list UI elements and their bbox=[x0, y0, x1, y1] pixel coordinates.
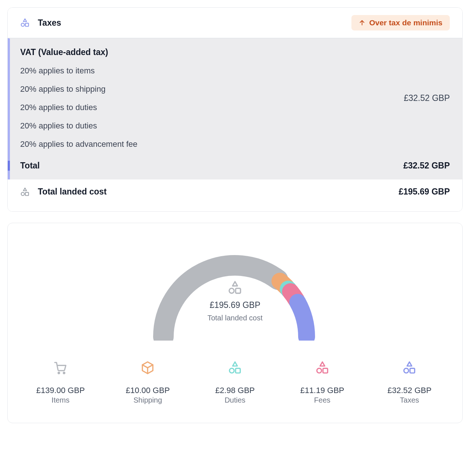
taxes-card: Taxes Over tax de minimis VAT (Value-add… bbox=[7, 7, 463, 212]
svg-point-0 bbox=[21, 23, 25, 26]
legend-value: £32.52 GBP bbox=[387, 386, 431, 395]
chart-card: £195.69 GBP Total landed cost £139.00 GB… bbox=[7, 223, 463, 423]
gauge-value: £195.69 GBP bbox=[210, 300, 260, 310]
legend-label: Items bbox=[51, 396, 69, 404]
taxes-total-row: Total £32.52 GBP bbox=[8, 161, 450, 171]
svg-rect-13 bbox=[410, 368, 415, 373]
landed-label: Total landed cost bbox=[38, 187, 391, 197]
svg-rect-11 bbox=[323, 368, 328, 373]
legend-item-shipping: £10.00 GBP Shipping bbox=[106, 361, 190, 404]
svg-point-4 bbox=[229, 288, 234, 293]
badge-text: Over tax de minimis bbox=[369, 18, 442, 27]
over-de-minimis-badge: Over tax de minimis bbox=[351, 15, 450, 30]
legend-item-items: £139.00 GBP Items bbox=[19, 361, 102, 404]
legend-value: £10.00 GBP bbox=[126, 386, 170, 395]
legend-label: Shipping bbox=[133, 396, 162, 404]
svg-point-6 bbox=[58, 372, 59, 374]
legend-value: £11.19 GBP bbox=[300, 386, 344, 395]
cart-icon bbox=[54, 361, 68, 375]
vat-subtotal: £32.52 GBP bbox=[404, 93, 450, 103]
legend-item-duties: £2.98 GBP Duties bbox=[193, 361, 277, 404]
vat-line: 20% applies to duties bbox=[20, 121, 393, 131]
legend: £139.00 GBP Items £10.00 GBP Shipping bbox=[19, 361, 451, 404]
vat-line: 20% applies to duties bbox=[20, 103, 393, 112]
shapes-icon bbox=[315, 361, 329, 375]
vat-line: 20% applies to items bbox=[20, 66, 393, 76]
svg-point-10 bbox=[317, 368, 322, 373]
taxes-header: Taxes Over tax de minimis bbox=[8, 8, 462, 38]
svg-point-12 bbox=[404, 368, 409, 373]
svg-rect-1 bbox=[25, 23, 29, 26]
arrow-up-icon bbox=[359, 19, 365, 26]
vat-breakdown: VAT (Value-added tax) 20% applies to ite… bbox=[8, 38, 462, 179]
shapes-icon bbox=[20, 187, 30, 197]
landed-amount: £195.69 GBP bbox=[399, 187, 450, 197]
vat-line: 20% applies to shipping bbox=[20, 84, 393, 94]
package-icon bbox=[141, 361, 155, 375]
legend-value: £139.00 GBP bbox=[36, 386, 85, 395]
svg-point-7 bbox=[63, 372, 65, 374]
taxes-total-amount: £32.52 GBP bbox=[403, 161, 450, 171]
legend-label: Duties bbox=[225, 396, 246, 404]
svg-point-2 bbox=[21, 192, 25, 196]
svg-rect-5 bbox=[236, 288, 241, 293]
gauge-center: £195.69 GBP Total landed cost bbox=[140, 280, 330, 322]
gauge-chart: £195.69 GBP Total landed cost bbox=[140, 245, 330, 341]
vat-title: VAT (Value-added tax) bbox=[20, 47, 393, 57]
svg-rect-9 bbox=[236, 368, 241, 373]
gauge-label: Total landed cost bbox=[207, 314, 263, 322]
total-landed-row: Total landed cost £195.69 GBP bbox=[8, 179, 462, 211]
shapes-icon bbox=[20, 18, 30, 28]
shapes-icon bbox=[228, 361, 242, 375]
legend-item-fees: £11.19 GBP Fees bbox=[281, 361, 364, 404]
legend-value: £2.98 GBP bbox=[215, 386, 255, 395]
shapes-icon bbox=[228, 280, 242, 295]
legend-label: Taxes bbox=[400, 396, 419, 404]
taxes-total-label: Total bbox=[20, 161, 40, 171]
shapes-icon bbox=[402, 361, 416, 375]
legend-label: Fees bbox=[314, 396, 330, 404]
svg-rect-3 bbox=[25, 192, 29, 196]
taxes-title: Taxes bbox=[38, 18, 343, 28]
svg-point-8 bbox=[229, 368, 234, 373]
vat-line: 20% applies to advancement fee bbox=[20, 139, 393, 149]
legend-item-taxes: £32.52 GBP Taxes bbox=[368, 361, 451, 404]
